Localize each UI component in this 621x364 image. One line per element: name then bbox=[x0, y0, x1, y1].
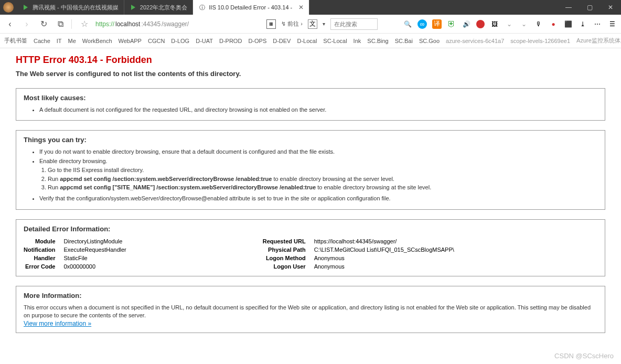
detail-value: C:\LIST.MeGitCloud List\UFQI_015_SCscBlo… bbox=[314, 245, 454, 254]
bookmark-item[interactable]: SC.Bing bbox=[367, 38, 388, 44]
bookmark-item[interactable]: scope-levels-12669ee1 bbox=[510, 38, 570, 44]
try-heading: Things you can try: bbox=[24, 136, 597, 144]
browser-tab-1[interactable]: 腾讯视频 - 中国领先的在线视频媒 bbox=[17, 0, 124, 15]
error-title: HTTP Error 403.14 - Forbidden bbox=[16, 55, 605, 66]
watermark: CSDN @SCscHero bbox=[554, 352, 614, 360]
picture-icon[interactable]: 🖼 bbox=[490, 19, 499, 29]
address-bar: ‹ › ↻ ⧉ ☆ https://localhost:44345/swagge… bbox=[0, 15, 621, 34]
bookmark-item[interactable]: D-LOG bbox=[171, 38, 189, 44]
detail-label: Error Code bbox=[24, 262, 64, 271]
detail-value: ExecuteRequestHandler bbox=[64, 245, 126, 254]
record-icon[interactable]: ● bbox=[549, 19, 558, 29]
bookmark-item[interactable]: SC-Local bbox=[323, 38, 347, 44]
close-icon[interactable]: ✕ bbox=[298, 4, 304, 11]
try-step: Run appcmd set config /section:system.we… bbox=[48, 175, 597, 183]
error-subtitle: The Web server is configured to not list… bbox=[16, 70, 605, 78]
search-icon[interactable]: 🔍 bbox=[403, 19, 412, 29]
play-icon bbox=[22, 4, 29, 11]
bookmark-item[interactable]: SC.Goo bbox=[419, 38, 440, 44]
bookmark-item[interactable]: WorkBench bbox=[82, 38, 112, 44]
infinity-icon[interactable]: ∞ bbox=[417, 19, 427, 29]
bookmark-item[interactable]: Ink bbox=[354, 38, 361, 44]
detail-label: Logon User bbox=[263, 262, 314, 271]
bookmark-item[interactable]: Cache bbox=[34, 38, 50, 44]
tab-label: IIS 10.0 Detailed Error - 403.14 - bbox=[209, 4, 292, 10]
url-port: :44345 bbox=[141, 20, 160, 28]
browser-tab-3-active[interactable]: ⓘ IIS 10.0 Detailed Error - 403.14 - ✕ bbox=[193, 0, 309, 15]
bookmark-item[interactable]: D-Local bbox=[297, 38, 317, 44]
menu-icon[interactable]: ☰ bbox=[607, 19, 617, 29]
cause-item: A default document is not configured for… bbox=[39, 106, 597, 114]
back-button[interactable]: ‹ bbox=[4, 18, 16, 30]
try-bullet: Enable directory browsing. bbox=[39, 157, 597, 165]
try-bullet: Verify that the configuration/system.web… bbox=[39, 195, 597, 202]
try-step: Run appcmd set config ["SITE_NAME"] /sec… bbox=[48, 184, 597, 191]
window-title-bar: 腾讯视频 - 中国领先的在线视频媒 2022年北京冬奥会 ⓘ IIS 10.0 … bbox=[0, 0, 621, 15]
goto-label[interactable]: ↯ 前往 › bbox=[281, 20, 303, 28]
red-ext-icon[interactable] bbox=[476, 20, 485, 28]
chevron-down-icon-2[interactable]: ⌄ bbox=[519, 19, 529, 29]
shield-icon[interactable]: ⛨ bbox=[447, 19, 456, 29]
detail-value: StaticFile bbox=[64, 254, 126, 262]
maximize-button[interactable]: ▢ bbox=[579, 0, 600, 15]
detail-label: Notification bbox=[24, 245, 64, 254]
bookmark-item[interactable]: D-UAT bbox=[196, 38, 213, 44]
url-field[interactable]: https://localhost:44345/swagger/ bbox=[95, 20, 189, 28]
bookmarks-bar: 手机书签 Cache IT Me WorkBench WebAPP CGCN D… bbox=[0, 34, 621, 48]
search-input[interactable] bbox=[330, 18, 378, 30]
bookmark-item[interactable]: Me bbox=[68, 38, 76, 44]
bookmark-item[interactable]: D-DEV bbox=[273, 38, 291, 44]
sound-icon[interactable]: 🔊 bbox=[462, 19, 471, 29]
more-info-link[interactable]: View more information » bbox=[24, 320, 91, 327]
page-content: HTTP Error 403.14 - Forbidden The Web se… bbox=[0, 48, 621, 349]
bookmark-item[interactable]: D-PROD bbox=[219, 38, 242, 44]
bookmark-item[interactable]: azure-services-6c41a7 bbox=[446, 38, 504, 44]
bookmark-item[interactable]: WebAPP bbox=[119, 38, 142, 44]
detail-label: Logon Method bbox=[263, 254, 314, 262]
translate-icon[interactable]: 文 bbox=[308, 19, 317, 29]
tab-label: 腾讯视频 - 中国领先的在线视频媒 bbox=[33, 4, 119, 12]
detail-value: 0x00000000 bbox=[64, 262, 126, 271]
extension-icon[interactable]: ⬛ bbox=[563, 19, 573, 29]
try-bullet: If you do not want to enable directory b… bbox=[39, 148, 597, 156]
minimize-button[interactable]: — bbox=[558, 0, 579, 15]
reader-icon[interactable]: ⧉ bbox=[55, 18, 66, 30]
bookmark-item[interactable]: SC.Bai bbox=[395, 38, 413, 44]
info-icon: ⓘ bbox=[198, 4, 206, 11]
play-icon bbox=[130, 4, 137, 11]
translate-ext-icon[interactable]: 译 bbox=[432, 19, 442, 29]
chevron-down-icon[interactable]: ⌄ bbox=[505, 19, 514, 29]
causes-heading: Most likely causes: bbox=[24, 94, 597, 102]
tab-label: 2022年北京冬奥会 bbox=[140, 4, 187, 12]
more-info-box: More Information: This error occurs when… bbox=[16, 286, 605, 333]
bookmark-item[interactable]: Azure监控系统体系-3 bbox=[576, 37, 621, 45]
causes-box: Most likely causes: A default document i… bbox=[16, 88, 605, 121]
try-step: Go to the IIS Express install directory. bbox=[48, 166, 597, 174]
bookmark-item[interactable]: IT bbox=[57, 38, 62, 44]
url-host: localhost bbox=[115, 20, 140, 28]
detail-label: Requested URL bbox=[263, 237, 314, 245]
download-icon[interactable]: ⤓ bbox=[578, 19, 587, 29]
bookmark-item[interactable]: 手机书签 bbox=[4, 37, 27, 45]
bookmark-item[interactable]: CGCN bbox=[148, 38, 165, 44]
detail-value: Anonymous bbox=[314, 262, 454, 271]
more-info-heading: More Information: bbox=[24, 292, 597, 299]
qr-icon[interactable]: ▦ bbox=[266, 19, 276, 29]
detail-value: https://localhost:44345/swagger/ bbox=[314, 237, 454, 245]
browser-tab-2[interactable]: 2022年北京冬奥会 bbox=[124, 0, 193, 15]
bookmark-item[interactable]: D-OPS bbox=[248, 38, 266, 44]
close-button[interactable]: ✕ bbox=[600, 0, 621, 15]
app-icon bbox=[3, 2, 14, 13]
detail-label: Handler bbox=[24, 254, 64, 262]
detail-box: Detailed Error Information: ModuleDirect… bbox=[16, 219, 605, 276]
url-scheme: https:// bbox=[95, 20, 114, 28]
detail-value: DirectoryListingModule bbox=[64, 237, 126, 245]
forward-button[interactable]: › bbox=[21, 18, 33, 30]
more-info-text: This error occurs when a document is not… bbox=[24, 304, 597, 320]
bookmark-star-icon[interactable]: ☆ bbox=[79, 18, 90, 30]
more-icon[interactable]: ⋯ bbox=[593, 19, 602, 29]
reload-button[interactable]: ↻ bbox=[38, 18, 49, 30]
detail-label: Module bbox=[24, 237, 64, 245]
detail-value: Anonymous bbox=[314, 254, 454, 262]
mic-icon[interactable]: 🎙 bbox=[534, 19, 543, 29]
